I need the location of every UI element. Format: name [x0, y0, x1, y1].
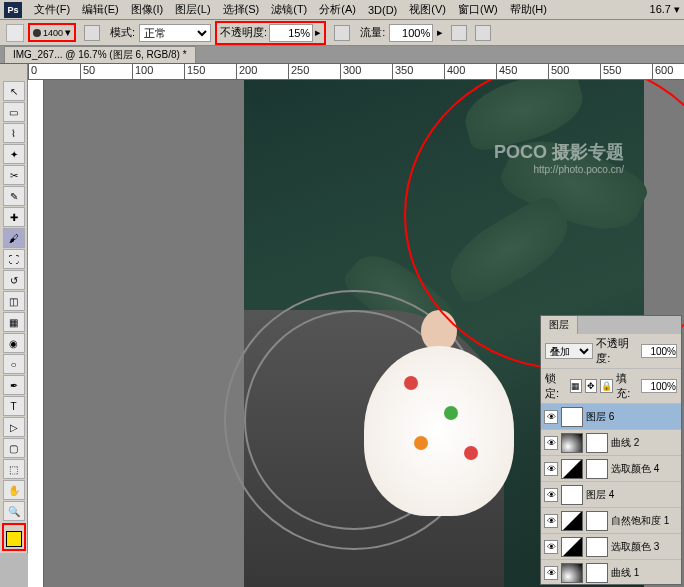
layer-row[interactable]: 👁曲线 2 — [541, 430, 681, 456]
menu-edit[interactable]: 编辑(E) — [76, 2, 125, 17]
layer-mask[interactable] — [586, 563, 608, 583]
blend-mode-select[interactable]: 正常 — [139, 24, 211, 42]
flow-input[interactable] — [389, 24, 433, 42]
lock-pixels-icon[interactable]: ▦ — [570, 379, 582, 393]
menu-layer[interactable]: 图层(L) — [169, 2, 216, 17]
layers-tab[interactable]: 图层 — [541, 316, 578, 334]
brush-tool[interactable]: 🖌 — [3, 228, 25, 248]
gradient-tool[interactable]: ▦ — [3, 312, 25, 332]
layer-opacity-label: 不透明度: — [596, 336, 638, 366]
heal-tool[interactable]: ✚ — [3, 207, 25, 227]
pressure-opacity-icon[interactable] — [334, 25, 350, 41]
layer-name[interactable]: 选取颜色 4 — [611, 462, 678, 476]
opacity-input[interactable] — [269, 24, 313, 42]
shape-tool[interactable]: ▢ — [3, 438, 25, 458]
crop-tool[interactable]: ✂ — [3, 165, 25, 185]
dodge-tool[interactable]: ○ — [3, 354, 25, 374]
chevron-down-icon: ▸ — [315, 26, 321, 39]
ruler-vertical — [28, 80, 44, 587]
layer-thumb[interactable] — [561, 407, 583, 427]
opacity-control[interactable]: 不透明度: ▸ — [215, 21, 326, 45]
layer-name[interactable]: 选取颜色 3 — [611, 540, 678, 554]
chevron-down-icon: ▸ — [437, 26, 443, 39]
layer-name[interactable]: 曲线 1 — [611, 566, 678, 580]
type-tool[interactable]: T — [3, 396, 25, 416]
brush-panel-icon[interactable] — [84, 25, 100, 41]
color-swatch-highlight — [2, 523, 26, 551]
layer-row[interactable]: 👁图层 4 — [541, 482, 681, 508]
visibility-icon[interactable]: 👁 — [544, 540, 558, 554]
layer-name[interactable]: 曲线 2 — [611, 436, 678, 450]
path-tool[interactable]: ▷ — [3, 417, 25, 437]
layer-opacity-input[interactable] — [641, 344, 677, 358]
layer-row[interactable]: 👁自然饱和度 1 — [541, 508, 681, 534]
marquee-tool[interactable]: ▭ — [3, 102, 25, 122]
history-brush-tool[interactable]: ↺ — [3, 270, 25, 290]
visibility-icon[interactable]: 👁 — [544, 410, 558, 424]
pressure-size-icon[interactable] — [475, 25, 491, 41]
app-logo: Ps — [4, 2, 22, 18]
visibility-icon[interactable]: 👁 — [544, 488, 558, 502]
watermark: POCO 摄影专题 http://photo.poco.cn/ — [494, 140, 624, 175]
layers-panel: 图层 叠加 不透明度: 锁定: ▦ ✥ 🔒 填充: 👁图层 6👁曲线 2👁选取颜… — [540, 315, 682, 585]
lock-all-icon[interactable]: 🔒 — [600, 379, 613, 393]
visibility-icon[interactable]: 👁 — [544, 436, 558, 450]
brush-tool-icon[interactable] — [6, 24, 24, 42]
visibility-icon[interactable]: 👁 — [544, 514, 558, 528]
mode-label: 模式: — [110, 25, 135, 40]
layer-mask[interactable] — [586, 511, 608, 531]
eraser-tool[interactable]: ◫ — [3, 291, 25, 311]
document-tab[interactable]: IMG_267... @ 16.7% (图层 6, RGB/8) * — [4, 46, 196, 63]
lock-label: 锁定: — [545, 371, 567, 401]
blur-tool[interactable]: ◉ — [3, 333, 25, 353]
layer-name[interactable]: 图层 6 — [586, 410, 678, 424]
visibility-icon[interactable]: 👁 — [544, 566, 558, 580]
wand-tool[interactable]: ✦ — [3, 144, 25, 164]
menu-help[interactable]: 帮助(H) — [504, 2, 553, 17]
layer-thumb[interactable] — [561, 563, 583, 583]
move-tool[interactable]: ↖ — [3, 81, 25, 101]
layer-row[interactable]: 👁曲线 1 — [541, 560, 681, 584]
lasso-tool[interactable]: ⌇ — [3, 123, 25, 143]
layer-name[interactable]: 自然饱和度 1 — [611, 514, 678, 528]
eyedropper-tool[interactable]: ✎ — [3, 186, 25, 206]
layer-thumb[interactable] — [561, 537, 583, 557]
menu-view[interactable]: 视图(V) — [403, 2, 452, 17]
ruler-horizontal: 050100150200250300350400450500550600 — [28, 64, 684, 80]
menu-image[interactable]: 图像(I) — [125, 2, 169, 17]
layer-blend-select[interactable]: 叠加 — [545, 343, 593, 359]
airbrush-icon[interactable] — [451, 25, 467, 41]
layer-row[interactable]: 👁图层 6 — [541, 404, 681, 430]
layer-mask[interactable] — [586, 459, 608, 479]
menu-3d[interactable]: 3D(D) — [362, 4, 403, 16]
hand-tool[interactable]: ✋ — [3, 480, 25, 500]
layer-thumb[interactable] — [561, 459, 583, 479]
layer-row[interactable]: 👁选取颜色 3 — [541, 534, 681, 560]
fill-input[interactable] — [641, 379, 677, 393]
menu-window[interactable]: 窗口(W) — [452, 2, 504, 17]
zoom-display[interactable]: 16.7 ▾ — [650, 3, 680, 16]
menu-analysis[interactable]: 分析(A) — [313, 2, 362, 17]
menu-filter[interactable]: 滤镜(T) — [265, 2, 313, 17]
layer-thumb[interactable] — [561, 485, 583, 505]
options-bar: 1400 ▾ 模式: 正常 不透明度: ▸ 流量: ▸ — [0, 20, 684, 46]
layer-mask[interactable] — [586, 537, 608, 557]
fill-label: 填充: — [616, 371, 638, 401]
pen-tool[interactable]: ✒ — [3, 375, 25, 395]
menu-select[interactable]: 选择(S) — [217, 2, 266, 17]
layer-name[interactable]: 图层 4 — [586, 488, 678, 502]
lock-position-icon[interactable]: ✥ — [585, 379, 597, 393]
foreground-color[interactable] — [6, 531, 22, 547]
layer-row[interactable]: 👁选取颜色 4 — [541, 456, 681, 482]
menu-file[interactable]: 文件(F) — [28, 2, 76, 17]
opacity-label: 不透明度: — [220, 25, 267, 40]
stamp-tool[interactable]: ⛶ — [3, 249, 25, 269]
3d-tool[interactable]: ⬚ — [3, 459, 25, 479]
toolbox: ↖ ▭ ⌇ ✦ ✂ ✎ ✚ 🖌 ⛶ ↺ ◫ ▦ ◉ ○ ✒ T ▷ ▢ ⬚ ✋ … — [0, 64, 28, 553]
zoom-tool[interactable]: 🔍 — [3, 501, 25, 521]
layer-thumb[interactable] — [561, 433, 583, 453]
layer-thumb[interactable] — [561, 511, 583, 531]
visibility-icon[interactable]: 👁 — [544, 462, 558, 476]
brush-preset-picker[interactable]: 1400 ▾ — [28, 23, 76, 42]
layer-mask[interactable] — [586, 433, 608, 453]
